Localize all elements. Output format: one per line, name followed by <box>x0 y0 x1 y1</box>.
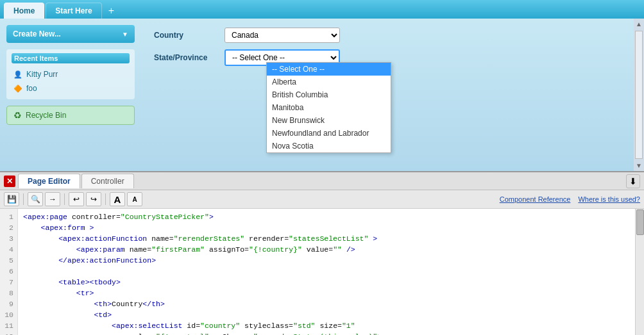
scroll-track <box>635 31 643 159</box>
code-line-6 <box>23 266 630 277</box>
code-editor[interactable]: 1 2 3 4 5 6 7 8 9 10 11 12 13 <apex:page… <box>0 209 644 335</box>
main-area: Create New... ▼ Recent Items 👤 Kitty Pur… <box>0 19 644 171</box>
recycle-bin[interactable]: ♻ Recycle Bin <box>6 106 135 125</box>
where-is-this-used-link[interactable]: Where is this used? <box>578 195 640 203</box>
code-line-4: <apex:param name="firstParam" assignTo="… <box>23 244 630 255</box>
country-select[interactable]: Canada <box>225 28 340 43</box>
toolbar-separator-2 <box>64 193 65 205</box>
recent-item-label: foo <box>26 84 37 93</box>
tab-home[interactable]: Home <box>4 3 44 19</box>
editor-close-button[interactable]: ✕ <box>4 176 15 187</box>
country-label: Country <box>154 31 225 40</box>
dropdown-item-nova-scotia[interactable]: Nova Scotia <box>267 140 391 152</box>
code-line-2: <apex:form > <box>23 222 630 233</box>
recycle-bin-label: Recycle Bin <box>26 111 66 120</box>
line-numbers: 1 2 3 4 5 6 7 8 9 10 11 12 13 <box>0 209 18 335</box>
undo-button[interactable]: ↩ <box>69 192 84 206</box>
tab-controller[interactable]: Controller <box>81 174 134 188</box>
create-new-button[interactable]: Create New... ▼ <box>6 25 135 43</box>
redo-icon: ↪ <box>90 195 97 204</box>
dropdown-item-newfoundland[interactable]: Newfoundland and Labrador <box>267 127 391 140</box>
user-icon: 👤 <box>13 69 23 79</box>
font-large-button[interactable]: A <box>110 192 125 206</box>
dropdown-item-bc[interactable]: British Columbia <box>267 88 391 101</box>
font-small-button[interactable]: A <box>127 192 142 206</box>
editor-section: ✕ Page Editor Controller ⬇ 💾 🔍 → ↩ ↪ A A <box>0 171 644 335</box>
scroll-up-icon[interactable]: ▲ <box>634 19 644 29</box>
sidebar: Create New... ▼ Recent Items 👤 Kitty Pur… <box>0 19 141 171</box>
code-line-10: <td> <box>23 309 630 320</box>
code-line-1: <apex:page controller="CountryStatePicke… <box>23 211 630 222</box>
recent-items-header: Recent Items <box>12 53 130 63</box>
tab-page-editor[interactable]: Page Editor <box>18 174 80 188</box>
recent-items-panel: Recent Items 👤 Kitty Purr 🔶 foo <box>6 49 135 99</box>
code-line-12: value="{!country}" onChange="rerenderSta… <box>23 331 630 335</box>
forward-button[interactable]: → <box>45 192 60 206</box>
create-new-label: Create New... <box>13 29 61 38</box>
content-area: Country Canada State/Province -- Select … <box>141 19 634 171</box>
editor-tab-bar: ✕ Page Editor Controller ⬇ <box>0 172 644 190</box>
toolbar-separator-3 <box>105 193 106 205</box>
toolbar-links: Component Reference Where is this used? <box>500 195 640 203</box>
code-content[interactable]: <apex:page controller="CountryStatePicke… <box>18 209 635 335</box>
code-line-7: <table><tbody> <box>23 277 630 288</box>
state-label: State/Province <box>154 53 225 62</box>
tab-bar: Home Start Here + <box>0 0 644 19</box>
scroll-down-icon[interactable]: ▼ <box>634 160 644 171</box>
code-line-5: </apex:actionFunction> <box>23 255 630 266</box>
tab-add-button[interactable]: + <box>103 4 119 18</box>
dropdown-item-manitoba[interactable]: Manitoba <box>267 101 391 114</box>
save-button[interactable]: 💾 <box>4 192 19 206</box>
tab-start-here[interactable]: Start Here <box>46 3 101 19</box>
code-line-9: <th>Country</th> <box>23 298 630 309</box>
dropdown-item-select-one[interactable]: -- Select One -- <box>267 63 391 76</box>
undo-icon: ↩ <box>73 195 80 204</box>
redo-button[interactable]: ↪ <box>86 192 101 206</box>
recycle-bin-icon: ♻ <box>13 110 22 120</box>
code-line-8: <tr> <box>23 288 630 298</box>
save-icon: 💾 <box>7 195 17 204</box>
search-button[interactable]: 🔍 <box>28 192 43 206</box>
package-icon: 🔶 <box>13 83 23 94</box>
font-small-icon: A <box>132 196 137 203</box>
arrow-right-icon: → <box>49 195 56 204</box>
download-button[interactable]: ⬇ <box>626 174 640 188</box>
create-new-arrow-icon: ▼ <box>122 31 128 38</box>
state-dropdown: -- Select One -- Alberta British Columbi… <box>266 62 391 153</box>
search-icon: 🔍 <box>31 195 40 204</box>
recent-item-foo[interactable]: 🔶 foo <box>12 81 130 95</box>
toolbar-separator-1 <box>23 193 24 205</box>
recent-item-label: Kitty Purr <box>26 70 58 79</box>
code-line-11: <apex:selectList id="country" styleclass… <box>23 320 630 331</box>
editor-toolbar: 💾 🔍 → ↩ ↪ A A Component Reference Where … <box>0 190 644 209</box>
code-line-3: <apex:actionFunction name="rerenderState… <box>23 233 630 244</box>
country-row: Country Canada <box>154 28 621 43</box>
component-reference-link[interactable]: Component Reference <box>500 195 571 203</box>
editor-scrollbar-thumb <box>636 209 644 235</box>
main-scrollbar[interactable]: ▲ ▼ <box>634 19 644 171</box>
recent-item-kitty-purr[interactable]: 👤 Kitty Purr <box>12 67 130 81</box>
editor-scrollbar[interactable] <box>635 209 644 335</box>
dropdown-item-alberta[interactable]: Alberta <box>267 76 391 88</box>
font-large-icon: A <box>114 194 121 205</box>
dropdown-item-new-brunswick[interactable]: New Brunswick <box>267 114 391 127</box>
